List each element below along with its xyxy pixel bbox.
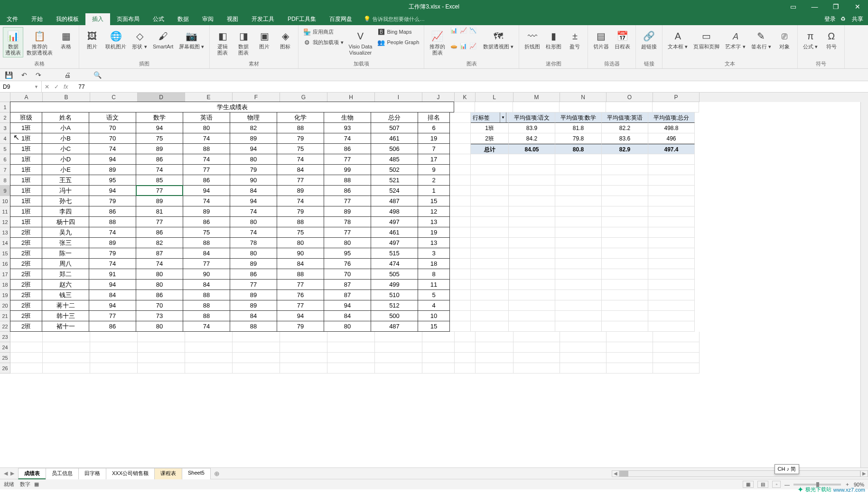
cell-empty[interactable] [476,353,513,363]
cell-empty[interactable] [43,332,90,342]
cell-empty[interactable] [233,342,280,353]
cell-empty[interactable] [450,269,471,280]
cell-empty[interactable] [450,290,471,300]
cell-empty[interactable] [471,311,509,321]
cell-empty[interactable] [555,259,602,269]
cell-I13[interactable]: 461 [371,227,418,238]
cell-empty[interactable] [509,165,555,175]
cell-A9[interactable]: 1班 [10,185,42,196]
cell-empty[interactable] [455,363,476,374]
visio-button[interactable]: VVisio Data Visualizer [346,27,375,57]
cell-empty[interactable] [602,311,648,321]
enter-icon[interactable]: ✓ [54,84,59,90]
cell-B3[interactable]: 小A [42,122,89,133]
cell-empty[interactable] [450,154,471,165]
row-header-12[interactable]: 12 [0,217,10,227]
cell-A11[interactable]: 1班 [10,206,42,217]
cell-empty[interactable] [375,353,422,363]
cell-G5[interactable]: 75 [277,143,324,154]
cell-B11[interactable]: 李四 [42,206,89,217]
cell-B20[interactable]: 蒋十二 [42,300,89,311]
menu-tab-页面布局[interactable]: 页面布局 [110,13,146,25]
chart-type-3[interactable]: 🥧 [450,43,459,57]
cell-F22[interactable]: 88 [230,321,277,332]
column-header-P[interactable]: P [653,93,700,102]
cell-empty[interactable] [450,280,471,290]
cell-J13[interactable]: 19 [418,227,450,238]
cell-A8[interactable]: 1班 [10,175,42,186]
cell-empty[interactable] [327,363,375,374]
scroll-thumb[interactable] [620,471,628,476]
cell-E3[interactable]: 80 [183,122,230,133]
row-header-22[interactable]: 22 [0,321,10,332]
cell-empty[interactable] [422,332,455,342]
cell-empty[interactable] [513,353,560,363]
cell-empty[interactable] [555,217,602,227]
cell-empty[interactable] [450,175,471,186]
cell-D11[interactable]: 81 [136,206,183,217]
chart-type-5[interactable]: 📈 [469,43,478,57]
cell-empty[interactable] [607,332,653,342]
cell-empty[interactable] [560,332,607,342]
cell-E6[interactable]: 74 [183,154,230,165]
cell-empty[interactable] [90,363,138,374]
cell-I18[interactable]: 499 [371,279,418,290]
login-link[interactable]: 登录 [824,15,836,23]
cell-empty[interactable] [648,238,695,248]
cell-C20[interactable]: 94 [89,300,136,311]
cell-empty[interactable] [653,353,700,363]
cell-C18[interactable]: 94 [89,279,136,290]
cell-F19[interactable]: 89 [230,290,277,300]
cell-empty[interactable] [90,332,138,342]
cell-empty[interactable] [138,332,185,342]
cell-H17[interactable]: 70 [324,269,371,280]
cell-empty[interactable] [648,269,695,280]
cell-empty[interactable] [653,342,700,353]
table-header-总分[interactable]: 总分 [371,112,418,123]
pivot-total-1[interactable]: 84.05 [509,144,555,154]
textbox-button[interactable]: A文本框 ▾ [665,27,690,51]
cell-E15[interactable]: 84 [183,248,230,259]
row-header-25[interactable]: 25 [0,353,10,363]
sheet-tab-XXX公司销售额[interactable]: XXX公司销售额 [106,468,155,479]
cell-C15[interactable]: 79 [89,248,136,259]
cell-G11[interactable]: 79 [277,206,324,217]
row-header-9[interactable]: 9 [0,186,10,196]
cell-empty[interactable] [602,227,648,238]
pivot-header-2[interactable]: 平均值项:数学 [555,112,602,123]
row-header-16[interactable]: 16 [0,259,10,269]
cell-C13[interactable]: 74 [89,227,136,238]
cell-empty[interactable] [509,154,555,165]
name-box[interactable]: D9 ▼ [0,81,42,92]
cell-D18[interactable]: 80 [136,279,183,290]
cell-empty[interactable] [602,186,648,196]
pivot-total-3[interactable]: 82.9 [602,144,648,154]
cell-D4[interactable]: 75 [136,133,183,144]
cell-I16[interactable]: 474 [371,258,418,269]
recommended-chart-button[interactable]: 📈推荐的 图表 [427,27,448,57]
cell-empty[interactable] [648,280,695,290]
cell-empty[interactable] [555,248,602,259]
cell-empty[interactable] [607,342,653,353]
chevron-left-icon[interactable]: ◀ [4,470,8,476]
chart-type-4[interactable]: 📊 [460,43,468,57]
cell-empty[interactable] [450,259,471,269]
cell-empty[interactable] [138,353,185,363]
cell-empty[interactable] [454,102,475,112]
cell-B14[interactable]: 张三 [42,237,89,248]
cell-empty[interactable] [422,353,455,363]
cell-J5[interactable]: 7 [418,143,450,154]
macro-record-icon[interactable]: ▦ [34,481,39,487]
cell-C4[interactable]: 70 [89,133,136,144]
chart-type-0[interactable]: 📊 [450,27,459,42]
cell-J8[interactable]: 2 [418,175,450,186]
equation-button[interactable]: π公式 ▾ [801,27,821,51]
cell-empty[interactable] [422,342,455,353]
cell-B17[interactable]: 郑二 [42,269,89,280]
screenshot-button[interactable]: 📷屏幕截图 ▾ [177,27,206,51]
cell-E14[interactable]: 88 [183,237,230,248]
row-header-5[interactable]: 5 [0,144,10,154]
cell-E13[interactable]: 75 [183,227,230,238]
cell-empty[interactable] [513,102,560,112]
cell-G10[interactable]: 74 [277,196,324,206]
